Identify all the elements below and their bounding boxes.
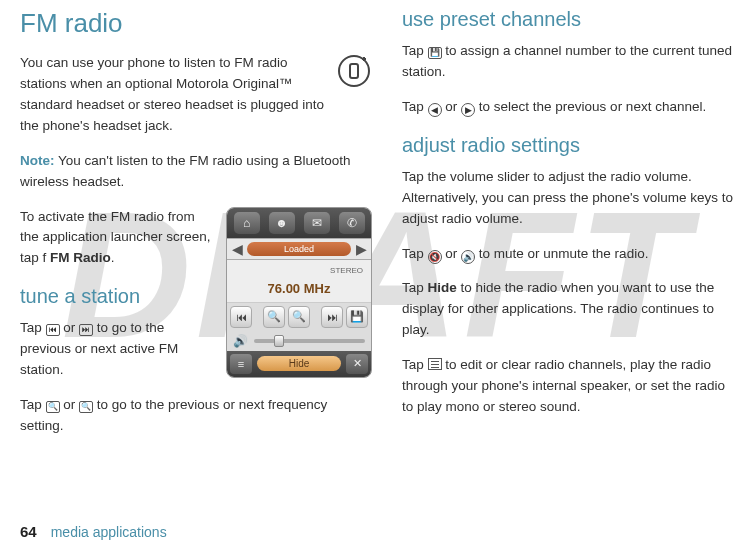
mute-icon: 🔇 <box>428 250 442 264</box>
right-column: use preset channels Tap 💾 to assign a ch… <box>402 8 733 451</box>
hide-paragraph: Tap Hide to hide the radio when you want… <box>402 278 733 341</box>
preset-p2-prefix: Tap <box>402 99 428 114</box>
freq-or: or <box>60 397 80 412</box>
rs-right-arrow-icon[interactable]: ▶ <box>351 241 371 257</box>
rs-seek-up-icon[interactable]: 🔍 <box>288 306 310 328</box>
svg-rect-1 <box>350 64 358 78</box>
unmute-icon: 🔊 <box>461 250 475 264</box>
rs-bottom-row: ≡ Hide ✕ <box>227 351 371 377</box>
footer-section-link: media applications <box>51 524 167 540</box>
rs-top-contacts-icon[interactable]: ☻ <box>269 212 295 234</box>
menu-paragraph: Tap to edit or clear radio channels, pla… <box>402 355 733 418</box>
rs-volume-thumb[interactable] <box>274 335 284 347</box>
intro-row: You can use your phone to listen to FM r… <box>20 53 372 151</box>
preset-p2: Tap ◀ or ▶ to select the previous or nex… <box>402 97 733 118</box>
radio-screenshot: ⌂ ☻ ✉ ✆ ◀ Loaded ▶ STEREO 76.00 MHz ⏮ <box>226 207 372 378</box>
rs-seek-group: 🔍 🔍 <box>255 306 318 328</box>
hide-prefix: Tap <box>402 280 428 295</box>
rs-display: STEREO 76.00 MHz <box>227 260 371 303</box>
activate-text-1: To activate the FM radio from the applic… <box>20 209 211 266</box>
rs-next-station-icon[interactable]: ⏭ <box>321 306 343 328</box>
note-paragraph: Note: You can't listen to the FM radio u… <box>20 151 372 193</box>
rs-loaded-pill[interactable]: Loaded <box>247 242 351 256</box>
adjust-p2: Tap 🔇 or 🔊 to mute or unmute the radio. <box>402 244 733 265</box>
rs-save-icon[interactable]: 💾 <box>346 306 368 328</box>
f-icon: f <box>43 250 47 265</box>
tune-or: or <box>60 320 80 335</box>
rs-volume-slider[interactable] <box>254 339 365 343</box>
rs-seek-down-icon[interactable]: 🔍 <box>263 306 285 328</box>
activate-paragraph: To activate the FM radio from the applic… <box>20 207 216 270</box>
page-content: FM radio You can use your phone to liste… <box>0 0 753 451</box>
rs-left-arrow-icon[interactable]: ◀ <box>227 241 247 257</box>
preset-p1: Tap 💾 to assign a channel number to the … <box>402 41 733 83</box>
freq-prefix: Tap <box>20 397 46 412</box>
menu-icon <box>428 358 442 370</box>
menu-text: to edit or clear radio channels, play th… <box>402 357 725 414</box>
rs-top-phone-icon[interactable]: ✆ <box>339 212 365 234</box>
rs-slider-row: 🔊 <box>227 331 371 351</box>
tune-paragraph: Tap ⏮ or ⏭ to go to the previous or next… <box>20 318 216 381</box>
menu-prefix: Tap <box>402 357 428 372</box>
heading-tune: tune a station <box>20 285 216 308</box>
prev-station-icon: ⏮ <box>46 324 60 336</box>
prev-channel-icon: ◀ <box>428 103 442 117</box>
rs-loaded-row: ◀ Loaded ▶ <box>227 238 371 260</box>
heading-preset: use preset channels <box>402 8 733 31</box>
rs-volume-icon: 🔊 <box>233 334 248 348</box>
next-channel-icon: ▶ <box>461 103 475 117</box>
preset-p2-text: to select the previous or next channel. <box>475 99 706 114</box>
fm-radio-label: FM Radio <box>50 250 111 265</box>
rs-top-mail-icon[interactable]: ✉ <box>304 212 330 234</box>
rs-top-home-icon[interactable]: ⌂ <box>234 212 260 234</box>
rs-close-icon[interactable]: ✕ <box>346 354 368 374</box>
save-channel-icon: 💾 <box>428 47 442 59</box>
preset-p2-or: or <box>442 99 462 114</box>
note-text: You can't listen to the FM radio using a… <box>20 153 351 189</box>
radio-section: To activate the FM radio from the applic… <box>20 207 372 396</box>
rs-hide-button[interactable]: Hide <box>257 356 341 371</box>
rs-menu-icon[interactable]: ≡ <box>230 354 252 374</box>
activate-period: . <box>111 250 115 265</box>
adjust-p2-text: to mute or unmute the radio. <box>475 246 648 261</box>
page-number: 64 <box>20 523 37 540</box>
note-label: Note: <box>20 153 55 168</box>
adjust-p1: Tap the volume slider to adjust the radi… <box>402 167 733 230</box>
tune-prefix: Tap <box>20 320 46 335</box>
adjust-p2-or: or <box>442 246 462 261</box>
intro-paragraph: You can use your phone to listen to FM r… <box>20 53 326 137</box>
rs-stereo-label: STEREO <box>235 266 363 275</box>
next-station-icon: ⏭ <box>79 324 93 336</box>
heading-adjust: adjust radio settings <box>402 134 733 157</box>
rs-prev-station-icon[interactable]: ⏮ <box>230 306 252 328</box>
hide-bold: Hide <box>428 280 457 295</box>
page-footer: 64 media applications <box>20 523 167 540</box>
adjust-p2-prefix: Tap <box>402 246 428 261</box>
preset-p1-prefix: Tap <box>402 43 428 58</box>
seek-up-icon: 🔍 <box>79 401 93 413</box>
seek-down-icon: 🔍 <box>46 401 60 413</box>
rs-controls-row: ⏮ 🔍 🔍 ⏭ 💾 <box>227 303 371 331</box>
rs-topbar: ⌂ ☻ ✉ ✆ <box>227 208 371 238</box>
motorola-original-icon <box>336 53 372 151</box>
radio-text-column: To activate the FM radio from the applic… <box>20 207 216 396</box>
rs-frequency: 76.00 MHz <box>235 281 363 296</box>
preset-p1-text: to assign a channel number to the curren… <box>402 43 732 79</box>
left-column: FM radio You can use your phone to liste… <box>20 8 372 451</box>
heading-fm-radio: FM radio <box>20 8 372 39</box>
freq-paragraph: Tap 🔍 or 🔍 to go to the previous or next… <box>20 395 372 437</box>
